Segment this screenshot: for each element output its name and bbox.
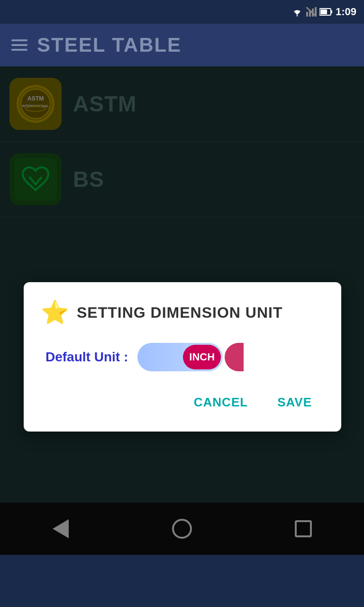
app-bar: STEEL TABLE — [0, 24, 364, 66]
side-circle-decoration — [225, 343, 244, 371]
status-time: 1:09 — [336, 6, 356, 18]
settings-dialog: ⭐ SETTING DIMENSION UNIT Default Unit : … — [24, 282, 341, 432]
toggle-inch-label: INCH — [189, 351, 215, 363]
dialog-actions: CANCEL SAVE — [41, 390, 324, 414]
wifi-icon — [291, 7, 303, 17]
status-icons: 1:09 — [291, 6, 356, 18]
app-title: STEEL TABLE — [37, 34, 182, 56]
default-unit-label: Default Unit : — [46, 349, 128, 365]
status-bar: 1:09 — [0, 0, 364, 24]
unit-toggle[interactable]: INCH — [137, 343, 244, 371]
star-icon: ⭐ — [41, 301, 69, 324]
cancel-button[interactable]: CANCEL — [186, 390, 255, 414]
main-content: ASTM INTERNATIONAL ASTM BS ⭐ SETT — [0, 66, 364, 555]
dialog-body: Default Unit : INCH — [41, 343, 324, 371]
toggle-knob[interactable]: INCH — [183, 345, 221, 369]
toggle-track[interactable]: INCH — [137, 343, 223, 371]
svg-rect-1 — [306, 12, 308, 17]
dialog-title: SETTING DIMENSION UNIT — [77, 304, 282, 322]
svg-rect-7 — [320, 9, 327, 14]
no-signal-icon — [306, 7, 317, 17]
battery-icon — [319, 8, 333, 16]
dialog-title-row: ⭐ SETTING DIMENSION UNIT — [41, 301, 324, 324]
save-button[interactable]: SAVE — [270, 390, 319, 414]
svg-point-0 — [296, 15, 298, 17]
svg-rect-8 — [331, 10, 332, 13]
hamburger-menu-icon[interactable] — [11, 39, 27, 51]
